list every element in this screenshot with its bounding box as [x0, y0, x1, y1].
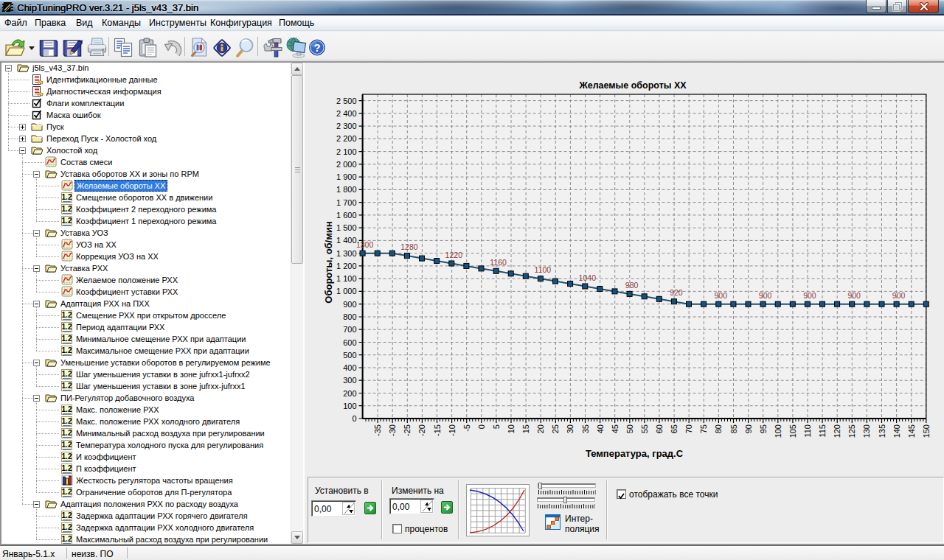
svg-text:1.2: 1.2	[62, 323, 72, 331]
svg-text:1280: 1280	[400, 242, 418, 251]
svg-text:100: 100	[343, 402, 356, 410]
svg-text:1.2: 1.2	[62, 335, 72, 343]
svg-text:-25: -25	[403, 424, 412, 436]
svg-text:75: 75	[699, 424, 708, 433]
svg-text:1.2: 1.2	[62, 370, 72, 378]
svg-text:1 800: 1 800	[336, 185, 357, 194]
svg-text:2 100: 2 100	[336, 147, 357, 156]
svg-text:100: 100	[774, 424, 782, 438]
svg-text:2 000: 2 000	[336, 160, 357, 169]
svg-text:Температура, град.С: Температура, град.С	[586, 448, 684, 459]
svg-text:400: 400	[343, 363, 356, 372]
svg-text:1 600: 1 600	[336, 211, 357, 220]
svg-text:55: 55	[640, 424, 649, 433]
svg-text:1.2: 1.2	[62, 417, 72, 425]
svg-text:70: 70	[684, 424, 693, 433]
svg-text:2 400: 2 400	[336, 109, 357, 118]
svg-text:300: 300	[343, 376, 356, 385]
svg-text:-30: -30	[388, 424, 397, 436]
svg-text:?: ?	[313, 41, 320, 54]
svg-text:1 000: 1 000	[336, 287, 357, 295]
svg-text:900: 900	[343, 300, 356, 309]
svg-text:1040: 1040	[579, 273, 597, 282]
svg-text:-15: -15	[433, 424, 442, 436]
svg-text:115: 115	[818, 424, 827, 438]
svg-text:200: 200	[343, 389, 356, 398]
svg-text:1.2: 1.2	[62, 346, 72, 354]
svg-text:1.2: 1.2	[62, 511, 72, 519]
svg-text:-35: -35	[373, 424, 382, 436]
svg-text:1.2: 1.2	[62, 464, 72, 472]
svg-text:135: 135	[878, 424, 886, 438]
svg-text:25: 25	[551, 424, 560, 433]
svg-text:45: 45	[611, 424, 620, 433]
svg-text:5: 5	[492, 424, 501, 429]
svg-text:1 300: 1 300	[336, 249, 357, 258]
svg-text:1.2: 1.2	[62, 523, 72, 531]
svg-text:-5: -5	[462, 424, 471, 432]
svg-text:10: 10	[507, 424, 516, 433]
svg-text:Обороты, об/мин: Обороты, об/мин	[323, 221, 334, 303]
svg-text:110: 110	[803, 424, 812, 438]
svg-text:1 200: 1 200	[336, 262, 357, 270]
svg-text:2 300: 2 300	[336, 122, 357, 130]
svg-text:1.2: 1.2	[62, 217, 72, 225]
svg-text:1.2: 1.2	[62, 193, 72, 201]
svg-text:140: 140	[892, 424, 901, 438]
svg-text:1.2: 1.2	[62, 429, 72, 437]
svg-text:80: 80	[714, 424, 723, 433]
svg-text:50: 50	[625, 424, 634, 433]
svg-text:980: 980	[625, 281, 639, 290]
svg-text:600: 600	[343, 338, 356, 347]
svg-text:15: 15	[521, 424, 530, 433]
svg-text:1 100: 1 100	[336, 274, 357, 283]
svg-text:1 900: 1 900	[336, 172, 357, 181]
svg-text:65: 65	[670, 424, 678, 433]
svg-text:800: 800	[343, 312, 356, 321]
svg-text:1.2: 1.2	[62, 311, 72, 319]
svg-text:700: 700	[343, 325, 356, 334]
svg-text:900: 900	[715, 291, 728, 300]
svg-text:1 700: 1 700	[336, 198, 357, 207]
svg-text:900: 900	[803, 291, 816, 300]
svg-text:900: 900	[759, 291, 772, 300]
svg-text:1160: 1160	[490, 258, 507, 267]
svg-text:150: 150	[922, 424, 931, 438]
svg-text:145: 145	[907, 424, 916, 438]
svg-text:60: 60	[655, 424, 664, 433]
svg-text:2 200: 2 200	[336, 134, 357, 143]
svg-text:920: 920	[670, 288, 683, 297]
svg-text:2 500: 2 500	[336, 97, 357, 105]
svg-text:1100: 1100	[535, 265, 552, 274]
svg-text:1.2: 1.2	[62, 405, 72, 413]
svg-text:1 500: 1 500	[336, 223, 357, 232]
svg-text:900: 900	[847, 291, 861, 300]
svg-text:105: 105	[788, 424, 797, 438]
svg-text:1.2: 1.2	[62, 205, 72, 213]
svg-text:1300: 1300	[356, 240, 374, 249]
svg-text:900: 900	[892, 291, 906, 300]
svg-text:90: 90	[744, 424, 753, 433]
svg-text:500: 500	[343, 351, 356, 360]
svg-text:35: 35	[581, 424, 590, 433]
svg-text:1 400: 1 400	[336, 236, 357, 245]
svg-text:40: 40	[596, 424, 605, 433]
svg-text:1.2: 1.2	[62, 535, 72, 543]
svg-text:1.2: 1.2	[62, 441, 72, 449]
svg-text:120: 120	[833, 424, 841, 438]
svg-text:1.2: 1.2	[62, 452, 72, 461]
svg-text:0: 0	[477, 424, 486, 429]
svg-text:95: 95	[759, 424, 768, 433]
svg-text:125: 125	[847, 424, 856, 438]
svg-text:-20: -20	[417, 424, 426, 436]
svg-text:1.2: 1.2	[62, 488, 72, 496]
svg-text:20: 20	[536, 424, 545, 433]
svg-text:130: 130	[862, 424, 871, 438]
svg-text:Желаемые обороты XX: Желаемые обороты XX	[578, 80, 687, 91]
svg-text:0: 0	[352, 414, 356, 423]
svg-text:30: 30	[566, 424, 575, 433]
svg-text:85: 85	[729, 424, 738, 433]
svg-text:-10: -10	[448, 424, 457, 436]
svg-text:1.2: 1.2	[62, 382, 72, 390]
svg-text:1220: 1220	[445, 251, 463, 259]
